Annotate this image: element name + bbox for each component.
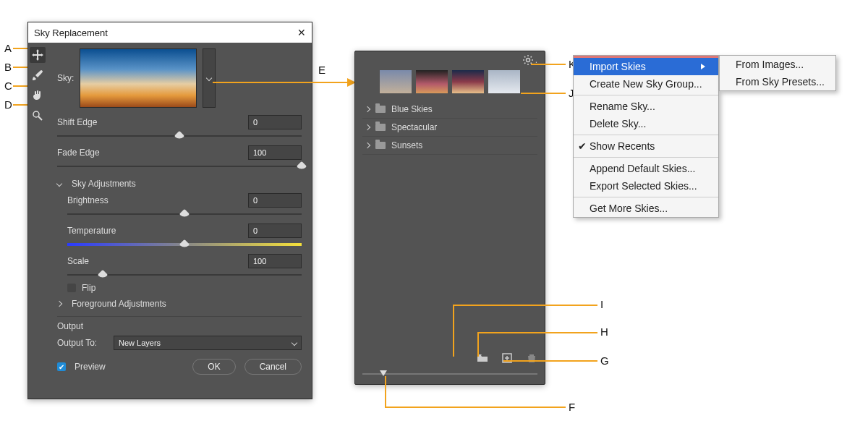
fade-edge-label: Fade Edge [57,148,129,158]
chevron-right-icon [365,142,370,148]
svg-line-1 [38,116,42,120]
plus-square-icon [501,352,513,364]
scale-slider[interactable] [67,270,302,280]
temperature-label: Temperature [67,226,140,236]
chevron-right-icon[interactable] [56,301,62,307]
menu-separator [574,157,718,158]
folder-icon [375,142,386,149]
menu-separator [574,135,718,135]
output-section: Output Output To: New Layers [57,316,302,350]
output-to-label: Output To: [57,338,108,348]
chevron-down-icon [206,75,212,81]
tool-column [28,43,47,399]
close-icon[interactable]: ✕ [297,27,306,38]
callout-line [453,305,454,357]
callout-line [503,360,597,362]
sky-preset-thumb[interactable] [488,70,520,93]
magnifier-icon [32,110,43,122]
trash-icon [526,352,537,364]
preset-folder[interactable]: Blue Skies [362,101,537,119]
submenu-arrow-icon [701,64,705,69]
scale-value[interactable]: 100 [248,254,302,268]
shift-edge-slider[interactable] [57,131,302,141]
flip-checkbox[interactable] [67,284,76,292]
menu-export-selected[interactable]: Export Selected Skies... [574,177,718,195]
menu-create-group[interactable]: Create New Sky Group... [574,75,718,93]
callout-line [213,82,349,83]
brightness-slider[interactable] [67,209,302,219]
menu-get-more[interactable]: Get More Skies... [574,200,718,217]
shift-edge-label: Shift Edge [57,117,129,127]
temperature-slider[interactable] [67,239,302,250]
callout-line [477,332,479,357]
brush-icon [32,69,43,81]
foreground-adjustments-header[interactable]: Foreground Adjustments [72,299,302,309]
callout-H: H [600,326,608,338]
menu-separator [574,197,718,197]
svg-point-2 [526,59,529,62]
menu-from-presets[interactable]: From Sky Presets... [720,73,835,90]
menu-show-recents[interactable]: ✔ Show Recents [574,137,718,155]
callout-A: A [4,42,12,54]
callout-D: D [4,98,12,111]
menu-delete[interactable]: Delete Sky... [574,115,718,132]
folder-label: Sunsets [391,140,422,150]
callout-line [531,64,566,65]
titlebar[interactable]: Sky Replacement ✕ [28,22,312,43]
sky-replacement-dialog: Sky Replacement ✕ Sky: Shif [27,22,312,399]
sky-preset-thumb[interactable] [416,70,448,93]
menu-label: Show Recents [590,140,655,152]
sky-thumbnail[interactable] [80,48,197,108]
callout-line [477,332,597,333]
menu-from-images[interactable]: From Images... [720,56,835,73]
menu-label: Import Skies [590,61,646,72]
callout-line [521,93,566,94]
move-icon [32,49,43,61]
sky-preset-thumb[interactable] [452,70,484,93]
sky-preset-thumb[interactable] [380,70,412,93]
menu-label: Delete Sky... [590,118,646,129]
flip-label: Flip [82,283,95,293]
callout-G: G [600,354,609,367]
sky-adjustments-header[interactable]: Sky Adjustments [72,179,302,189]
cancel-button[interactable]: Cancel [244,359,302,375]
preset-folder[interactable]: Spectacular [362,119,537,137]
menu-label: Append Default Skies... [590,163,695,174]
callout-line [385,407,566,408]
callout-line [385,376,386,407]
output-to-select[interactable]: New Layers [114,336,302,350]
temperature-value[interactable]: 0 [248,224,302,238]
brightness-label: Brightness [67,195,140,205]
menu-append-default[interactable]: Append Default Skies... [574,160,718,177]
brightness-value[interactable]: 0 [248,193,302,208]
fade-edge-value[interactable]: 100 [248,145,302,160]
sky-dropdown[interactable] [203,48,216,108]
sky-label: Sky: [57,73,74,83]
delete-preset-button[interactable] [526,352,537,364]
dialog-title: Sky Replacement [34,27,108,38]
zoom-tool[interactable] [30,108,46,124]
shift-edge-value[interactable]: 0 [248,115,302,129]
brush-tool[interactable] [30,67,46,83]
folder-label: Spectacular [391,122,437,132]
sky-preset-picker: . Blue Skies Spectacular Sunsets [354,51,545,385]
move-tool[interactable] [30,47,46,63]
new-preset-button[interactable] [501,352,513,364]
chevron-down-icon [292,340,297,346]
preview-checkbox[interactable]: ✔ [57,362,66,371]
menu-label: Export Selected Skies... [590,180,697,192]
preset-context-menu: Import Skies Create New Sky Group... Ren… [573,55,719,218]
menu-label: From Sky Presets... [736,76,825,88]
callout-F: F [569,401,575,413]
menu-label: Create New Sky Group... [590,78,702,90]
preset-folder[interactable]: Sunsets [362,137,537,155]
menu-rename[interactable]: Rename Sky... [574,98,718,115]
menu-label: Rename Sky... [590,101,655,112]
hand-tool[interactable] [30,88,46,103]
ok-button[interactable]: OK [192,359,235,375]
menu-label: Get More Skies... [590,203,668,214]
chevron-down-icon[interactable] [56,181,62,187]
fade-edge-slider[interactable] [57,161,302,171]
menu-import-skies[interactable]: Import Skies [574,58,718,75]
thumbnail-size-slider[interactable] [362,370,537,378]
